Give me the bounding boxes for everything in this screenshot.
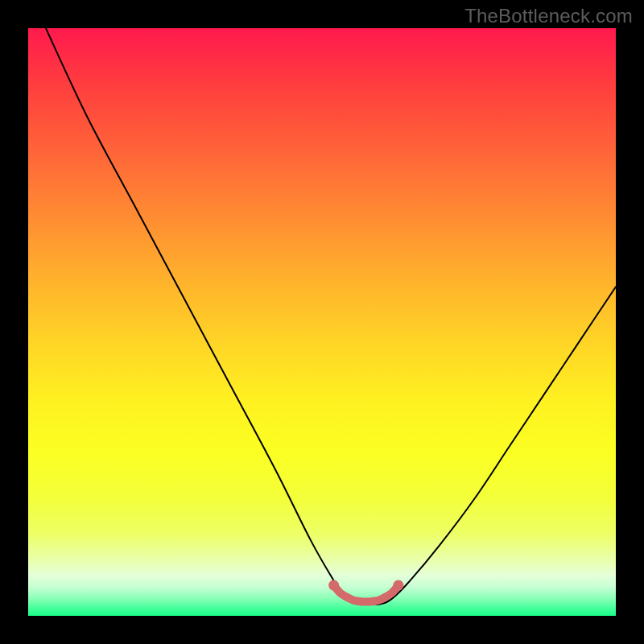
plot-svg — [28, 28, 616, 616]
plot-area — [28, 28, 616, 616]
watermark-text: TheBottleneck.com — [464, 5, 633, 27]
highlight-endpoint — [393, 580, 403, 591]
bottleneck-curve — [46, 28, 616, 605]
flat-minimum-highlight — [334, 585, 398, 602]
highlight-endpoint — [328, 580, 339, 591]
chart-frame: TheBottleneck.com — [0, 0, 644, 644]
